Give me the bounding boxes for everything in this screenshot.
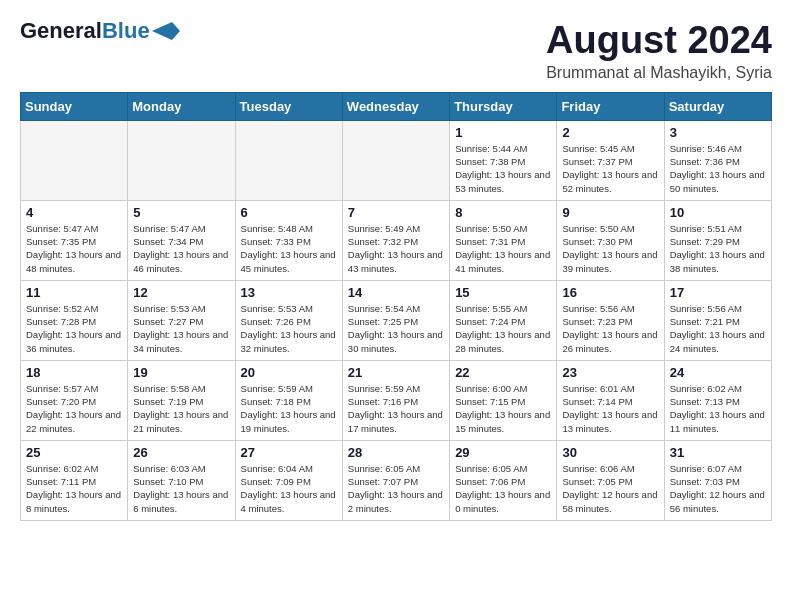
logo: GeneralBlue: [20, 20, 180, 42]
day-number: 20: [241, 365, 337, 380]
day-number: 25: [26, 445, 122, 460]
calendar-cell: 29Sunrise: 6:05 AM Sunset: 7:06 PM Dayli…: [450, 440, 557, 520]
day-number: 13: [241, 285, 337, 300]
day-info: Sunrise: 5:49 AM Sunset: 7:32 PM Dayligh…: [348, 222, 444, 275]
week-row-1: 1Sunrise: 5:44 AM Sunset: 7:38 PM Daylig…: [21, 120, 772, 200]
day-number: 9: [562, 205, 658, 220]
day-info: Sunrise: 6:02 AM Sunset: 7:11 PM Dayligh…: [26, 462, 122, 515]
day-number: 29: [455, 445, 551, 460]
calendar-table: SundayMondayTuesdayWednesdayThursdayFrid…: [20, 92, 772, 521]
calendar-cell: 3Sunrise: 5:46 AM Sunset: 7:36 PM Daylig…: [664, 120, 771, 200]
week-row-5: 25Sunrise: 6:02 AM Sunset: 7:11 PM Dayli…: [21, 440, 772, 520]
day-info: Sunrise: 6:07 AM Sunset: 7:03 PM Dayligh…: [670, 462, 766, 515]
calendar-cell: 24Sunrise: 6:02 AM Sunset: 7:13 PM Dayli…: [664, 360, 771, 440]
header-row: SundayMondayTuesdayWednesdayThursdayFrid…: [21, 92, 772, 120]
day-header-wednesday: Wednesday: [342, 92, 449, 120]
calendar-cell: 18Sunrise: 5:57 AM Sunset: 7:20 PM Dayli…: [21, 360, 128, 440]
day-info: Sunrise: 5:55 AM Sunset: 7:24 PM Dayligh…: [455, 302, 551, 355]
calendar-cell: [342, 120, 449, 200]
day-number: 10: [670, 205, 766, 220]
location-title: Brummanat al Mashayikh, Syria: [546, 64, 772, 82]
day-number: 1: [455, 125, 551, 140]
calendar-cell: 15Sunrise: 5:55 AM Sunset: 7:24 PM Dayli…: [450, 280, 557, 360]
calendar-cell: 22Sunrise: 6:00 AM Sunset: 7:15 PM Dayli…: [450, 360, 557, 440]
day-info: Sunrise: 5:54 AM Sunset: 7:25 PM Dayligh…: [348, 302, 444, 355]
day-number: 22: [455, 365, 551, 380]
calendar-cell: 23Sunrise: 6:01 AM Sunset: 7:14 PM Dayli…: [557, 360, 664, 440]
day-number: 30: [562, 445, 658, 460]
calendar-cell: 7Sunrise: 5:49 AM Sunset: 7:32 PM Daylig…: [342, 200, 449, 280]
calendar-cell: 30Sunrise: 6:06 AM Sunset: 7:05 PM Dayli…: [557, 440, 664, 520]
day-info: Sunrise: 5:57 AM Sunset: 7:20 PM Dayligh…: [26, 382, 122, 435]
day-number: 21: [348, 365, 444, 380]
calendar-cell: 1Sunrise: 5:44 AM Sunset: 7:38 PM Daylig…: [450, 120, 557, 200]
day-info: Sunrise: 5:56 AM Sunset: 7:21 PM Dayligh…: [670, 302, 766, 355]
day-info: Sunrise: 5:50 AM Sunset: 7:30 PM Dayligh…: [562, 222, 658, 275]
calendar-cell: 11Sunrise: 5:52 AM Sunset: 7:28 PM Dayli…: [21, 280, 128, 360]
day-number: 28: [348, 445, 444, 460]
day-number: 5: [133, 205, 229, 220]
calendar-cell: 10Sunrise: 5:51 AM Sunset: 7:29 PM Dayli…: [664, 200, 771, 280]
calendar-cell: 26Sunrise: 6:03 AM Sunset: 7:10 PM Dayli…: [128, 440, 235, 520]
page-header: GeneralBlue August 2024 Brummanat al Mas…: [20, 20, 772, 82]
calendar-cell: 6Sunrise: 5:48 AM Sunset: 7:33 PM Daylig…: [235, 200, 342, 280]
day-number: 4: [26, 205, 122, 220]
calendar-cell: [21, 120, 128, 200]
day-info: Sunrise: 6:03 AM Sunset: 7:10 PM Dayligh…: [133, 462, 229, 515]
day-info: Sunrise: 5:51 AM Sunset: 7:29 PM Dayligh…: [670, 222, 766, 275]
logo-arrow-icon: [152, 22, 180, 40]
day-info: Sunrise: 6:04 AM Sunset: 7:09 PM Dayligh…: [241, 462, 337, 515]
day-info: Sunrise: 5:45 AM Sunset: 7:37 PM Dayligh…: [562, 142, 658, 195]
calendar-cell: 17Sunrise: 5:56 AM Sunset: 7:21 PM Dayli…: [664, 280, 771, 360]
calendar-cell: 8Sunrise: 5:50 AM Sunset: 7:31 PM Daylig…: [450, 200, 557, 280]
day-info: Sunrise: 6:06 AM Sunset: 7:05 PM Dayligh…: [562, 462, 658, 515]
week-row-2: 4Sunrise: 5:47 AM Sunset: 7:35 PM Daylig…: [21, 200, 772, 280]
calendar-cell: 31Sunrise: 6:07 AM Sunset: 7:03 PM Dayli…: [664, 440, 771, 520]
week-row-3: 11Sunrise: 5:52 AM Sunset: 7:28 PM Dayli…: [21, 280, 772, 360]
day-info: Sunrise: 5:46 AM Sunset: 7:36 PM Dayligh…: [670, 142, 766, 195]
calendar-cell: 5Sunrise: 5:47 AM Sunset: 7:34 PM Daylig…: [128, 200, 235, 280]
calendar-cell: 13Sunrise: 5:53 AM Sunset: 7:26 PM Dayli…: [235, 280, 342, 360]
day-number: 8: [455, 205, 551, 220]
day-number: 19: [133, 365, 229, 380]
svg-marker-0: [152, 22, 180, 40]
day-number: 17: [670, 285, 766, 300]
day-info: Sunrise: 5:47 AM Sunset: 7:34 PM Dayligh…: [133, 222, 229, 275]
day-info: Sunrise: 6:05 AM Sunset: 7:07 PM Dayligh…: [348, 462, 444, 515]
calendar-cell: 12Sunrise: 5:53 AM Sunset: 7:27 PM Dayli…: [128, 280, 235, 360]
calendar-cell: 21Sunrise: 5:59 AM Sunset: 7:16 PM Dayli…: [342, 360, 449, 440]
day-info: Sunrise: 5:53 AM Sunset: 7:27 PM Dayligh…: [133, 302, 229, 355]
calendar-cell: [128, 120, 235, 200]
calendar-cell: 27Sunrise: 6:04 AM Sunset: 7:09 PM Dayli…: [235, 440, 342, 520]
week-row-4: 18Sunrise: 5:57 AM Sunset: 7:20 PM Dayli…: [21, 360, 772, 440]
day-header-thursday: Thursday: [450, 92, 557, 120]
day-header-sunday: Sunday: [21, 92, 128, 120]
day-info: Sunrise: 6:01 AM Sunset: 7:14 PM Dayligh…: [562, 382, 658, 435]
calendar-cell: 4Sunrise: 5:47 AM Sunset: 7:35 PM Daylig…: [21, 200, 128, 280]
logo-blue: Blue: [102, 18, 150, 43]
calendar-cell: 9Sunrise: 5:50 AM Sunset: 7:30 PM Daylig…: [557, 200, 664, 280]
calendar-cell: 2Sunrise: 5:45 AM Sunset: 7:37 PM Daylig…: [557, 120, 664, 200]
calendar-cell: 20Sunrise: 5:59 AM Sunset: 7:18 PM Dayli…: [235, 360, 342, 440]
day-info: Sunrise: 5:59 AM Sunset: 7:18 PM Dayligh…: [241, 382, 337, 435]
month-title: August 2024: [546, 20, 772, 62]
day-header-monday: Monday: [128, 92, 235, 120]
day-info: Sunrise: 6:00 AM Sunset: 7:15 PM Dayligh…: [455, 382, 551, 435]
day-number: 24: [670, 365, 766, 380]
day-info: Sunrise: 5:48 AM Sunset: 7:33 PM Dayligh…: [241, 222, 337, 275]
day-number: 6: [241, 205, 337, 220]
day-number: 11: [26, 285, 122, 300]
calendar-cell: [235, 120, 342, 200]
day-info: Sunrise: 5:52 AM Sunset: 7:28 PM Dayligh…: [26, 302, 122, 355]
logo-general: General: [20, 18, 102, 43]
day-header-friday: Friday: [557, 92, 664, 120]
calendar-cell: 28Sunrise: 6:05 AM Sunset: 7:07 PM Dayli…: [342, 440, 449, 520]
day-info: Sunrise: 5:47 AM Sunset: 7:35 PM Dayligh…: [26, 222, 122, 275]
day-info: Sunrise: 5:50 AM Sunset: 7:31 PM Dayligh…: [455, 222, 551, 275]
day-number: 26: [133, 445, 229, 460]
day-number: 3: [670, 125, 766, 140]
day-info: Sunrise: 6:05 AM Sunset: 7:06 PM Dayligh…: [455, 462, 551, 515]
day-header-tuesday: Tuesday: [235, 92, 342, 120]
calendar-cell: 19Sunrise: 5:58 AM Sunset: 7:19 PM Dayli…: [128, 360, 235, 440]
calendar-cell: 16Sunrise: 5:56 AM Sunset: 7:23 PM Dayli…: [557, 280, 664, 360]
